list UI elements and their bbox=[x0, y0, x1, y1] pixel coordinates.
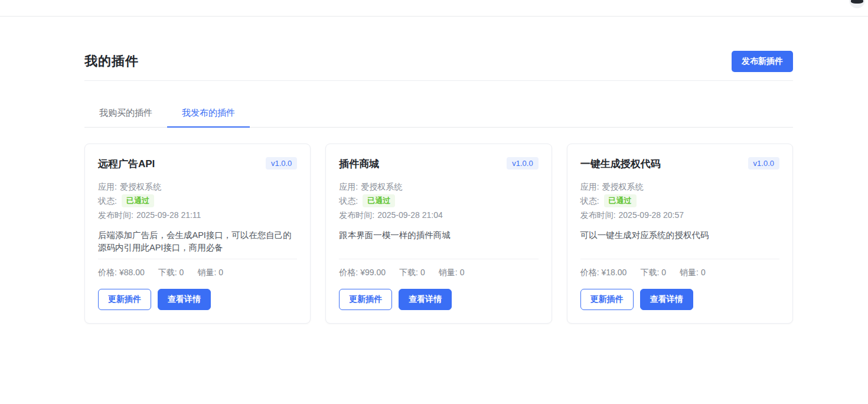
downloads-label: 下载: bbox=[399, 268, 418, 277]
price-value: ¥88.00 bbox=[119, 268, 145, 277]
status-badge: 已通过 bbox=[122, 194, 154, 207]
status-label: 状态: bbox=[580, 194, 599, 208]
publish-time-row: 发布时间: 2025-09-28 21:04 bbox=[339, 208, 538, 222]
price-label: 价格: bbox=[339, 268, 358, 277]
status-row: 状态: 已通过 bbox=[580, 194, 779, 208]
card-header: 一键生成授权代码 v1.0.0 bbox=[580, 157, 779, 171]
user-avatar[interactable] bbox=[849, 0, 865, 8]
price-value: ¥99.00 bbox=[360, 268, 386, 277]
plugin-card-list: 远程广告API v1.0.0 应用: 爱授权系统 状态: 已通过 发布时间: 2… bbox=[84, 144, 793, 324]
downloads-value: 0 bbox=[180, 268, 184, 277]
card-header: 远程广告API v1.0.0 bbox=[98, 157, 297, 171]
tab-published-plugins[interactable]: 我发布的插件 bbox=[167, 102, 250, 128]
downloads-value: 0 bbox=[661, 268, 666, 277]
status-row: 状态: 已通过 bbox=[339, 194, 538, 208]
downloads-label: 下载: bbox=[640, 268, 659, 277]
card-divider bbox=[339, 259, 538, 259]
publish-time-row: 发布时间: 2025-09-28 21:11 bbox=[98, 208, 297, 222]
price-stat: 价格:¥18.00 bbox=[580, 268, 627, 278]
app-row: 应用: 爱授权系统 bbox=[580, 180, 779, 194]
plugin-card: 远程广告API v1.0.0 应用: 爱授权系统 状态: 已通过 发布时间: 2… bbox=[84, 144, 311, 324]
publish-new-plugin-button[interactable]: 发布新插件 bbox=[732, 51, 793, 72]
downloads-value: 0 bbox=[420, 268, 425, 277]
app-row: 应用: 爱授权系统 bbox=[98, 180, 297, 194]
page-title: 我的插件 bbox=[84, 53, 139, 70]
publish-time-label: 发布时间: bbox=[98, 208, 133, 222]
view-details-button[interactable]: 查看详情 bbox=[399, 289, 452, 310]
update-plugin-button[interactable]: 更新插件 bbox=[339, 289, 392, 310]
plugin-card: 插件商城 v1.0.0 应用: 爱授权系统 状态: 已通过 发布时间: 2025… bbox=[325, 144, 552, 324]
app-value: 爱授权系统 bbox=[361, 180, 402, 194]
publish-time-value: 2025-09-28 21:11 bbox=[136, 208, 201, 222]
plugin-description: 后端添加广告后，会生成API接口，可以在您自己的源码内引用此API接口，商用必备 bbox=[98, 229, 297, 259]
sales-label: 销量: bbox=[197, 268, 216, 277]
plugin-description: 可以一键生成对应系统的授权代码 bbox=[580, 229, 779, 259]
app-value: 爱授权系统 bbox=[602, 180, 644, 194]
downloads-stat: 下载:0 bbox=[399, 268, 425, 278]
status-label: 状态: bbox=[339, 194, 358, 208]
sales-value: 0 bbox=[701, 268, 706, 277]
stats-row: 价格:¥99.00 下载:0 销量:0 bbox=[339, 268, 538, 278]
stats-row: 价格:¥18.00 下载:0 销量:0 bbox=[580, 268, 779, 278]
app-label: 应用: bbox=[98, 180, 117, 194]
sales-stat: 销量:0 bbox=[439, 268, 465, 278]
version-badge: v1.0.0 bbox=[507, 157, 538, 170]
card-header: 插件商城 v1.0.0 bbox=[339, 157, 538, 171]
status-label: 状态: bbox=[98, 194, 117, 208]
view-details-button[interactable]: 查看详情 bbox=[640, 289, 693, 310]
plugin-title: 远程广告API bbox=[98, 157, 155, 171]
main-content: 我的插件 发布新插件 我购买的插件 我发布的插件 远程广告API v1.0.0 … bbox=[84, 17, 793, 324]
plugin-card: 一键生成授权代码 v1.0.0 应用: 爱授权系统 状态: 已通过 发布时间: … bbox=[567, 144, 793, 324]
card-actions: 更新插件 查看详情 bbox=[339, 289, 538, 310]
card-actions: 更新插件 查看详情 bbox=[580, 289, 779, 310]
app-label: 应用: bbox=[339, 180, 358, 194]
page-header: 我的插件 发布新插件 bbox=[84, 51, 793, 81]
price-value: ¥18.00 bbox=[602, 268, 627, 277]
stats-row: 价格:¥88.00 下载:0 销量:0 bbox=[98, 268, 297, 278]
sales-label: 销量: bbox=[439, 268, 458, 277]
app-value: 爱授权系统 bbox=[120, 180, 161, 194]
sales-value: 0 bbox=[460, 268, 465, 277]
sales-stat: 销量:0 bbox=[197, 268, 223, 278]
price-stat: 价格:¥88.00 bbox=[98, 268, 145, 278]
downloads-stat: 下载:0 bbox=[158, 268, 184, 278]
downloads-stat: 下载:0 bbox=[640, 268, 666, 278]
status-badge: 已通过 bbox=[604, 194, 637, 207]
version-badge: v1.0.0 bbox=[748, 157, 779, 170]
sales-value: 0 bbox=[218, 268, 223, 277]
user-avatar-icon bbox=[851, 0, 863, 4]
sales-label: 销量: bbox=[680, 268, 699, 277]
plugin-title: 一键生成授权代码 bbox=[580, 157, 661, 171]
update-plugin-button[interactable]: 更新插件 bbox=[580, 289, 634, 310]
top-navbar bbox=[0, 0, 868, 17]
card-divider bbox=[580, 259, 779, 259]
sales-stat: 销量:0 bbox=[680, 268, 706, 278]
app-row: 应用: 爱授权系统 bbox=[339, 180, 538, 194]
plugin-tabs: 我购买的插件 我发布的插件 bbox=[84, 102, 793, 128]
version-badge: v1.0.0 bbox=[266, 157, 297, 170]
price-label: 价格: bbox=[98, 268, 117, 277]
card-actions: 更新插件 查看详情 bbox=[98, 289, 297, 310]
price-label: 价格: bbox=[580, 268, 599, 277]
status-badge: 已通过 bbox=[363, 194, 395, 207]
publish-time-row: 发布时间: 2025-09-28 20:57 bbox=[580, 208, 779, 222]
plugin-description: 跟本界面一模一样的插件商城 bbox=[339, 229, 538, 259]
plugin-title: 插件商城 bbox=[339, 157, 379, 171]
tab-purchased-plugins[interactable]: 我购买的插件 bbox=[84, 102, 167, 128]
update-plugin-button[interactable]: 更新插件 bbox=[98, 289, 151, 310]
publish-time-label: 发布时间: bbox=[580, 208, 616, 222]
publish-time-value: 2025-09-28 21:04 bbox=[377, 208, 443, 222]
app-label: 应用: bbox=[580, 180, 599, 194]
card-divider bbox=[98, 259, 297, 259]
publish-time-label: 发布时间: bbox=[339, 208, 374, 222]
status-row: 状态: 已通过 bbox=[98, 194, 297, 208]
publish-time-value: 2025-09-28 20:57 bbox=[619, 208, 684, 222]
price-stat: 价格:¥99.00 bbox=[339, 268, 386, 278]
downloads-label: 下载: bbox=[158, 268, 177, 277]
view-details-button[interactable]: 查看详情 bbox=[158, 289, 211, 310]
